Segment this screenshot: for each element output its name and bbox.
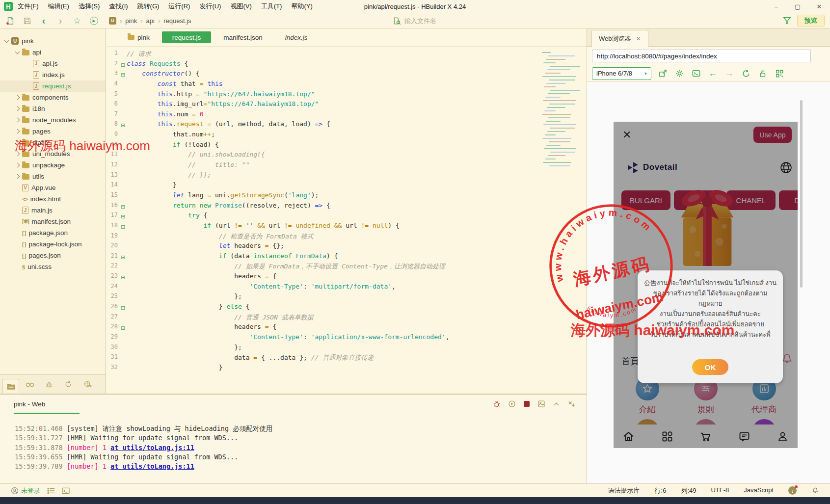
menu-item[interactable]: 文件(F) (18, 2, 39, 11)
tree-item-api.js[interactable]: Japi.js (0, 58, 106, 69)
chevron-icon[interactable] (15, 152, 20, 157)
qr-code-icon[interactable] (774, 68, 785, 79)
browser-tab[interactable]: Web浏览器 ✕ (591, 30, 648, 47)
bookmark-star-icon[interactable]: ☆ (71, 15, 83, 26)
menu-item[interactable]: 视图(V) (230, 2, 251, 11)
breadcrumb-item[interactable]: pink (125, 17, 137, 25)
editor-tab-pink[interactable]: pink (117, 31, 160, 43)
stop-icon[interactable] (523, 400, 530, 407)
gear-icon[interactable] (674, 68, 685, 79)
login-status[interactable]: 未登录 (11, 486, 40, 495)
open-external-icon[interactable] (657, 68, 668, 79)
search-input[interactable] (404, 17, 555, 25)
close-button[interactable]: ✕ (808, 0, 830, 13)
minimap[interactable] (540, 49, 585, 393)
fold-marker[interactable]: ⊟ (119, 120, 127, 131)
new-file-icon[interactable] (4, 15, 17, 26)
editor-tab-manifest.json[interactable]: manifest.json (213, 31, 273, 43)
fold-marker[interactable]: ⊟ (119, 202, 127, 212)
fold-marker[interactable]: ⊟ (119, 222, 127, 232)
tree-item-uni_modules[interactable]: uni_modules (0, 148, 106, 159)
tree-item-index.js[interactable]: Jindex.js (0, 69, 106, 80)
log-link[interactable]: at utils/toLang.js:11 (110, 462, 194, 470)
filter-funnel-icon[interactable] (782, 16, 792, 25)
chevron-icon[interactable] (15, 163, 20, 168)
fold-marker[interactable]: ⊟ (119, 70, 127, 80)
menu-item[interactable]: 发行(U) (199, 2, 221, 11)
maximize-button[interactable]: ▢ (787, 0, 808, 13)
save-icon[interactable] (21, 15, 33, 26)
menu-item[interactable]: 帮助(Y) (291, 2, 312, 11)
chevron-icon[interactable] (4, 38, 9, 43)
tab-search-icon[interactable] (22, 377, 38, 392)
tab-refresh-icon[interactable] (60, 377, 77, 392)
fold-marker[interactable]: ⊟ (119, 60, 127, 70)
update-download-icon[interactable]: ↓ (788, 486, 797, 495)
tree-item-components[interactable]: components (0, 92, 106, 103)
navigate-forward-icon[interactable]: › (54, 15, 67, 26)
run-icon[interactable]: ▶ (87, 15, 100, 26)
devtools-console-icon[interactable] (691, 68, 701, 79)
chevron-icon[interactable] (15, 106, 20, 111)
menu-item[interactable]: 跳转(G) (137, 2, 160, 11)
browser-forward-icon[interactable]: → (724, 68, 735, 79)
fold-marker[interactable]: ⊟ (119, 212, 127, 222)
menu-item[interactable]: 选择(S) (79, 2, 100, 11)
menu-item[interactable]: 查找(I) (109, 2, 128, 11)
menu-item[interactable]: 工具(T) (261, 2, 282, 11)
reload-icon[interactable] (741, 68, 751, 79)
chevron-icon[interactable] (15, 129, 20, 134)
tree-item-utils[interactable]: utils (0, 171, 106, 182)
tree-item-package.json[interactable]: [ ]package.json (0, 227, 106, 239)
breadcrumb-item[interactable]: request.js (163, 17, 191, 25)
tree-item-request.js[interactable]: Jrequest.js (0, 80, 106, 92)
chevron-icon[interactable] (15, 140, 20, 145)
chevron-icon[interactable] (15, 95, 20, 100)
tree-item-pink[interactable]: Upink (0, 35, 106, 47)
tab-globe-icon[interactable] (79, 377, 96, 392)
tree-item-package-lock.json[interactable]: [ ]package-lock.json (0, 239, 106, 250)
minimize-button[interactable]: – (765, 0, 787, 13)
tree-item-App.vue[interactable]: VApp.vue (0, 182, 106, 193)
tree-item-api[interactable]: api (0, 47, 106, 58)
tree-item-unpackage[interactable]: unpackage (0, 159, 106, 171)
unlock-icon[interactable] (757, 68, 768, 79)
collapse-up-icon[interactable] (553, 400, 560, 408)
chevron-icon[interactable] (15, 118, 20, 123)
tree-item-node_modules[interactable]: node_modules (0, 114, 106, 126)
console-tab[interactable]: pink - Web (14, 400, 45, 408)
clear-close-icon[interactable] (567, 400, 576, 408)
tree-item-pages[interactable]: pages (0, 126, 106, 137)
browser-back-icon[interactable]: ← (707, 68, 718, 79)
tree-item-main.js[interactable]: Jmain.js (0, 205, 106, 216)
tree-item-manifest.json[interactable]: [✱]manifest.json (0, 216, 106, 227)
device-selector[interactable]: iPhone 6/7/8 ▾ (592, 67, 651, 80)
chevron-icon[interactable] (15, 174, 20, 179)
restart-icon[interactable] (508, 400, 516, 408)
terminal-icon[interactable] (62, 487, 70, 494)
editor-tab-request.js[interactable]: request.js (162, 31, 212, 43)
code-area[interactable]: 1// 请求2⊟class Requests {3⊟ constructor()… (107, 47, 587, 374)
fold-marker[interactable]: ⊟ (119, 252, 127, 263)
ok-button[interactable]: OK (692, 359, 728, 375)
fold-marker[interactable]: ⊟ (119, 303, 127, 313)
outline-list-icon[interactable] (47, 487, 55, 494)
menu-item[interactable]: 运行(R) (168, 2, 190, 11)
tree-item-index.html[interactable]: <>index.html (0, 193, 106, 205)
editor-tab-index.js[interactable]: index.js (275, 31, 318, 43)
fold-marker[interactable]: ⊟ (119, 323, 127, 333)
browser-scrollbar[interactable] (800, 100, 803, 288)
tree-item-pages.json[interactable]: [ ]pages.json (0, 250, 106, 261)
tab-debug-bug-icon[interactable] (41, 377, 57, 392)
url-input[interactable] (592, 50, 811, 62)
menu-item[interactable]: 编辑(E) (48, 2, 69, 11)
browser-tab-close-icon[interactable]: ✕ (636, 35, 641, 42)
export-image-icon[interactable] (537, 400, 545, 408)
tree-item-uni.scss[interactable]: §uni.scss (0, 261, 106, 272)
notification-bell-icon[interactable] (811, 487, 819, 495)
tree-item-i18n[interactable]: i18n (0, 103, 106, 114)
log-link[interactable]: at utils/toLang.js:11 (110, 444, 194, 451)
breadcrumb-item[interactable]: api (146, 17, 155, 25)
chevron-icon[interactable] (15, 49, 20, 54)
navigate-back-icon[interactable]: ‹ (37, 15, 50, 26)
